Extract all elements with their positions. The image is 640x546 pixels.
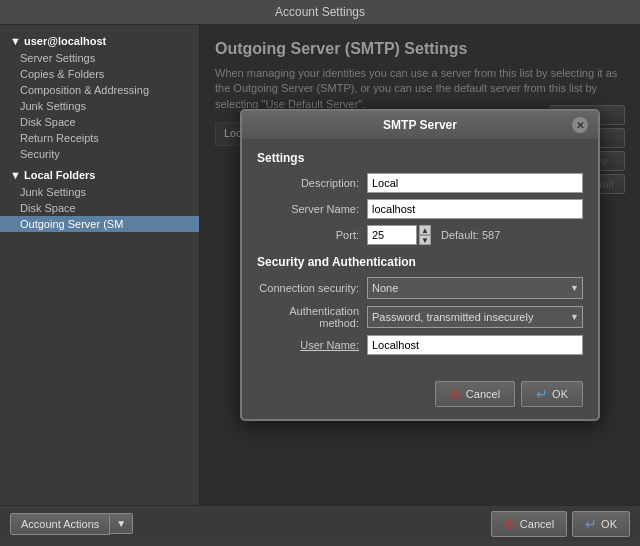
dialog-ok-button[interactable]: ↵ OK [521, 381, 583, 407]
sidebar-item-server-settings[interactable]: Server Settings [0, 50, 199, 66]
main-ok-icon: ↵ [585, 516, 597, 532]
default-label: Default: 587 [441, 229, 500, 241]
main-cancel-icon: ⊘ [504, 516, 516, 532]
title-bar: Account Settings [0, 0, 640, 25]
collapse-icon: ▼ [10, 35, 24, 47]
connection-security-label: Connection security: [257, 282, 367, 294]
auth-method-select[interactable]: No authentication Password, transmitted … [367, 306, 583, 328]
sidebar-item-junk-settings[interactable]: Junk Settings [0, 98, 199, 114]
server-name-input[interactable] [367, 199, 583, 219]
port-label: Port: [257, 229, 367, 241]
description-row: Description: [257, 173, 583, 193]
account-actions-button[interactable]: Account Actions [10, 513, 110, 535]
main-ok-button[interactable]: ↵ OK [572, 511, 630, 537]
account-actions-dropdown: Account Actions ▼ [10, 513, 133, 535]
server-name-row: Server Name: [257, 199, 583, 219]
dialog-title-bar: SMTP Server ✕ [242, 111, 598, 139]
sidebar-item-label: Security [20, 148, 60, 160]
sidebar-item-label: Copies & Folders [20, 68, 104, 80]
sidebar-item-copies-folders[interactable]: Copies & Folders [0, 66, 199, 82]
sidebar-item-disk-space[interactable]: Disk Space [0, 114, 199, 130]
settings-section-title: Settings [257, 151, 583, 165]
username-row: User Name: [257, 335, 583, 355]
sidebar-item-label: Composition & Addressing [20, 84, 149, 96]
port-spinner: ▲ ▼ [419, 225, 431, 245]
port-down-btn[interactable]: ▼ [419, 235, 431, 245]
sidebar-item-local-junk[interactable]: Junk Settings [0, 184, 199, 200]
username-label: User Name: [257, 339, 367, 351]
security-section-title: Security and Authentication [257, 255, 583, 269]
main-cancel-button[interactable]: ⊘ Cancel [491, 511, 567, 537]
connection-security-row: Connection security: None STARTTLS SSL/T… [257, 277, 583, 299]
username-input[interactable] [367, 335, 583, 355]
dialog-overlay: SMTP Server ✕ Settings Description: Serv… [200, 25, 640, 505]
sidebar-item-label: Junk Settings [20, 186, 86, 198]
ok-icon: ↵ [536, 386, 548, 402]
sidebar-item-local-disk[interactable]: Disk Space [0, 200, 199, 216]
bottom-right-buttons: ⊘ Cancel ↵ OK [491, 511, 630, 537]
auth-method-label: Authentication method: [257, 305, 367, 329]
sidebar-item-security[interactable]: Security [0, 146, 199, 162]
bottom-bar: Account Actions ▼ ⊘ Cancel ↵ OK [0, 505, 640, 541]
window-title: Account Settings [275, 5, 365, 19]
cancel-icon: ⊘ [450, 386, 462, 402]
sidebar: ▼ user@localhost Server Settings Copies … [0, 25, 200, 505]
connection-security-select[interactable]: None STARTTLS SSL/TLS [367, 277, 583, 299]
smtp-dialog: SMTP Server ✕ Settings Description: Serv… [240, 109, 600, 421]
description-label: Description: [257, 177, 367, 189]
server-name-label: Server Name: [257, 203, 367, 215]
sidebar-item-label: Outgoing Server (SM [20, 218, 123, 230]
content-area: Outgoing Server (SMTP) Settings When man… [200, 25, 640, 505]
port-input[interactable] [367, 225, 417, 245]
sidebar-item-composition[interactable]: Composition & Addressing [0, 82, 199, 98]
user-group-label[interactable]: ▼ user@localhost [0, 32, 199, 50]
dialog-content: Settings Description: Server Name: Port: [242, 139, 598, 373]
local-collapse-icon: ▼ [10, 169, 24, 181]
port-row: Port: ▲ ▼ Default: 587 [257, 225, 583, 245]
sidebar-item-label: Server Settings [20, 52, 95, 64]
auth-method-row: Authentication method: No authentication… [257, 305, 583, 329]
auth-method-select-wrapper: No authentication Password, transmitted … [367, 306, 583, 328]
dialog-title: SMTP Server [383, 118, 457, 132]
sidebar-item-label: Return Receipts [20, 132, 99, 144]
sidebar-item-return-receipts[interactable]: Return Receipts [0, 130, 199, 146]
sidebar-item-label: Disk Space [20, 202, 76, 214]
dialog-close-button[interactable]: ✕ [572, 117, 588, 133]
sidebar-item-outgoing-server[interactable]: Outgoing Server (SM [0, 216, 199, 232]
account-actions-arrow-button[interactable]: ▼ [110, 513, 133, 534]
dialog-buttons: ⊘ Cancel ↵ OK [242, 373, 598, 419]
sidebar-item-label: Junk Settings [20, 100, 86, 112]
port-up-btn[interactable]: ▲ [419, 225, 431, 235]
connection-security-select-wrapper: None STARTTLS SSL/TLS ▼ [367, 277, 583, 299]
sidebar-item-label: Disk Space [20, 116, 76, 128]
dialog-cancel-button[interactable]: ⊘ Cancel [435, 381, 515, 407]
local-folders-group-label[interactable]: ▼ Local Folders [0, 166, 199, 184]
description-input[interactable] [367, 173, 583, 193]
